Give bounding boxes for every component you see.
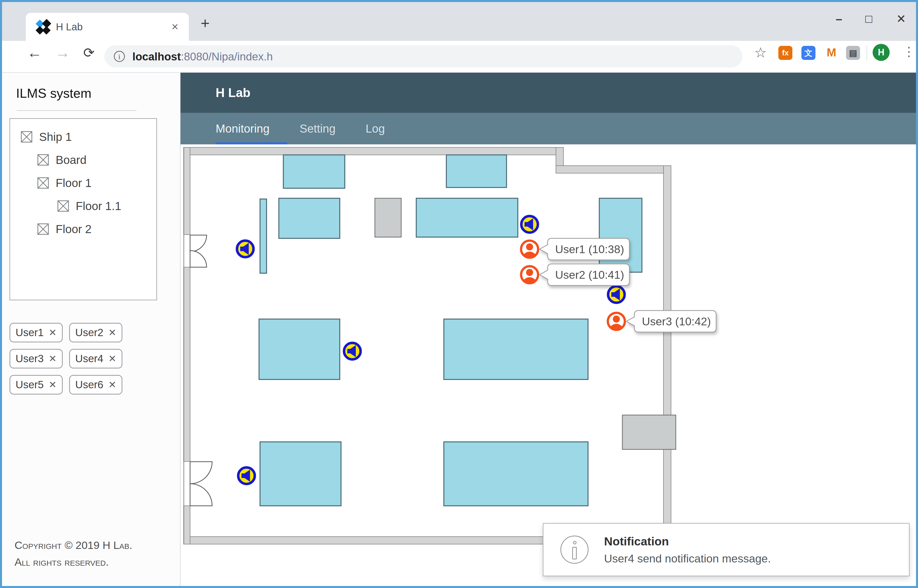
speaker-icon (237, 241, 254, 257)
tree-item-board[interactable]: Board (10, 149, 157, 171)
copyright-line2: All rights reserved. (15, 554, 133, 570)
checkbox-x-icon[interactable] (37, 154, 49, 166)
door-lower-leaf-top (190, 462, 212, 484)
active-tab-indicator (215, 142, 287, 144)
forward-button[interactable]: → (55, 44, 70, 61)
table (416, 198, 518, 237)
furniture (259, 155, 642, 506)
user-chip-user5[interactable]: User5✕ (10, 375, 63, 394)
wall-top-right (556, 166, 671, 173)
floorplan-area: User1 (10:38)User2 (10:41)User3 (10:42) … (181, 144, 916, 586)
table (279, 198, 340, 238)
tab-title: H Lab (56, 21, 83, 32)
toolbar-divider (866, 45, 867, 60)
tree-item-floor-1[interactable]: Floor 1 (10, 171, 157, 194)
user-marker-user1[interactable] (521, 241, 538, 265)
user-chip-user6[interactable]: User6✕ (69, 375, 122, 394)
back-button[interactable]: ← (27, 44, 42, 61)
table (260, 442, 341, 506)
site-favicon-icon (36, 20, 49, 33)
user-chip-list: User1✕User2✕User3✕User4✕User5✕User6✕ (10, 323, 165, 394)
new-tab-button[interactable]: + (201, 14, 210, 32)
address-bar[interactable]: i localhost:8080/Nipa/index.h (104, 45, 743, 68)
table (444, 319, 588, 380)
speaker-icon (344, 343, 361, 359)
tree-item-label: Floor 2 (56, 222, 92, 236)
user-chip-user4[interactable]: User4✕ (69, 349, 122, 368)
user-bubble-user2: User2 (10:41) (540, 264, 630, 286)
chip-remove-icon[interactable]: ✕ (108, 353, 117, 364)
extension-icon-4[interactable]: ▤ (846, 46, 860, 60)
extension-icon-1[interactable]: fx (778, 46, 792, 60)
table (446, 155, 507, 187)
notification-toast: Notification User4 send notification mes… (543, 523, 910, 576)
wall-top-left (183, 147, 563, 155)
door-upper-leaf-top (190, 235, 207, 252)
notification-title: Notification (604, 535, 771, 548)
cabinet (622, 415, 676, 449)
app-title: H Lab (215, 73, 251, 113)
app-header: H Lab (181, 73, 916, 113)
tree-item-ship-1[interactable]: Ship 1 (10, 125, 157, 149)
page-info-icon[interactable]: i (114, 51, 125, 62)
doors (190, 235, 212, 506)
tab-log[interactable]: Log (366, 122, 385, 135)
main-panel: H Lab MonitoringSettingLog (181, 73, 916, 586)
tree-item-label: Floor 1.1 (76, 199, 121, 213)
user-bubble-label: User2 (10:41) (555, 268, 624, 281)
chip-label: User4 (75, 353, 103, 365)
chip-label: User3 (16, 353, 44, 365)
table (599, 198, 642, 272)
chip-remove-icon[interactable]: ✕ (108, 379, 117, 390)
chip-label: User2 (75, 326, 103, 339)
sidebar-divider (16, 110, 136, 111)
tree-item-label: Ship 1 (39, 130, 72, 144)
user-bubble-label: User1 (10:38) (555, 243, 624, 256)
tree-item-label: Board (56, 153, 86, 167)
chip-label: User6 (75, 379, 103, 391)
chip-remove-icon[interactable]: ✕ (49, 353, 57, 364)
wall-right (664, 166, 671, 544)
chip-remove-icon[interactable]: ✕ (49, 327, 57, 338)
url-host: localhost (133, 50, 181, 63)
extension-metamask-icon[interactable]: M (824, 46, 839, 60)
window-maximize-button[interactable]: □ (865, 8, 873, 29)
info-icon (560, 536, 589, 564)
reload-button[interactable]: ⟳ (83, 45, 94, 61)
bookmark-star-icon[interactable]: ☆ (754, 44, 767, 61)
table (444, 442, 588, 506)
chip-label: User1 (16, 326, 44, 339)
window-minimize-button[interactable]: – (836, 8, 841, 29)
chip-remove-icon[interactable]: ✕ (108, 327, 117, 338)
speaker-icon (521, 216, 538, 233)
browser-tab[interactable]: H Lab × (26, 13, 189, 41)
chip-remove-icon[interactable]: ✕ (49, 379, 57, 390)
profile-avatar[interactable]: H (873, 44, 890, 61)
user-marker-user2[interactable] (521, 266, 538, 290)
browser-menu-icon[interactable]: ⋮ (903, 44, 915, 59)
wall-left-3 (183, 506, 190, 544)
door-lower-leaf-bottom (190, 484, 212, 506)
user-chip-user3[interactable]: User3✕ (10, 349, 63, 368)
extension-translate-icon[interactable]: 文 (801, 46, 816, 60)
copyright: Copyright © 2019 H Lab. All rights reser… (15, 537, 133, 570)
whiteboard-strip (260, 199, 267, 273)
sidebar-title: ILMS system (16, 86, 92, 101)
checkbox-x-icon[interactable] (37, 223, 49, 235)
user-bubble-user1: User1 (10:38) (540, 238, 630, 260)
user-chip-user2[interactable]: User2✕ (69, 323, 122, 342)
checkbox-x-icon[interactable] (57, 200, 69, 212)
location-tree: Ship 1BoardFloor 1Floor 1.1Floor 2 (10, 118, 157, 300)
checkbox-x-icon[interactable] (37, 177, 49, 189)
nav-tab-bar: MonitoringSettingLog (181, 113, 916, 144)
tab-setting[interactable]: Setting (300, 122, 335, 135)
wall-left-2 (183, 267, 190, 461)
tab-close-icon[interactable]: × (172, 20, 178, 33)
user-chip-user1[interactable]: User1✕ (10, 323, 63, 342)
tab-monitoring[interactable]: Monitoring (215, 122, 270, 135)
checkbox-x-icon[interactable] (21, 131, 32, 143)
tree-item-floor-2[interactable]: Floor 2 (10, 218, 157, 241)
user-marker-user3[interactable] (608, 313, 625, 337)
tree-item-floor-1-1[interactable]: Floor 1.1 (10, 194, 157, 218)
window-close-button[interactable]: ✕ (896, 8, 906, 29)
